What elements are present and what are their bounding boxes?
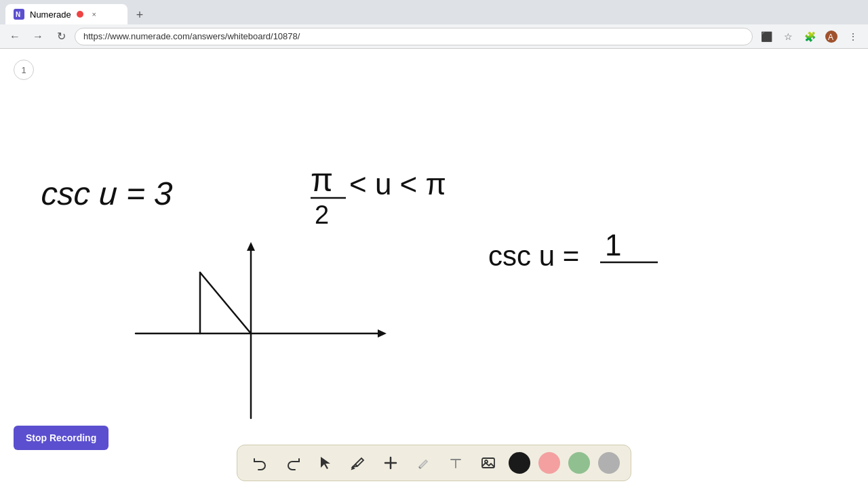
tab-bar: N Numerade × +	[0, 0, 868, 24]
svg-line-22	[419, 467, 420, 468]
highlighter-tool-button[interactable]	[411, 451, 435, 475]
forward-button[interactable]: →	[28, 27, 47, 46]
extension-icon[interactable]: 🧩	[800, 27, 819, 46]
bookmark-icon[interactable]: ☆	[778, 27, 797, 46]
url-input[interactable]: https://www.numerade.com/answers/whitebo…	[75, 28, 753, 45]
screen-cast-icon[interactable]: ⬛	[757, 27, 776, 46]
browser-toolbar-right: ⬛ ☆ 🧩 A ⋮	[757, 27, 863, 46]
color-black-button[interactable]	[509, 452, 530, 474]
browser-frame: N Numerade × + ← → ↻ https://www.numerad…	[0, 0, 868, 488]
svg-rect-25	[482, 458, 494, 468]
svg-text:csc u = 3: csc u = 3	[40, 176, 173, 211]
color-green-button[interactable]	[568, 452, 590, 474]
text-tool-button[interactable]	[443, 451, 468, 475]
pen-tool-button[interactable]	[346, 451, 370, 475]
stop-recording-button[interactable]: Stop Recording	[14, 426, 108, 450]
tab-title: Numerade	[30, 9, 71, 20]
svg-text:π: π	[311, 162, 333, 198]
back-button[interactable]: ←	[5, 27, 24, 46]
reload-button[interactable]: ↻	[52, 27, 71, 46]
svg-text:csc u =: csc u =	[488, 240, 579, 272]
image-tool-button[interactable]	[476, 451, 500, 475]
drawing-canvas: csc u = 3 π 2 < u < π csc u = 1	[0, 49, 868, 488]
svg-text:N: N	[16, 11, 20, 18]
svg-text:A: A	[828, 33, 833, 42]
redo-button[interactable]	[281, 451, 305, 475]
svg-text:2: 2	[315, 201, 329, 229]
tab-close-button[interactable]: ×	[89, 9, 100, 20]
add-tool-button[interactable]	[378, 451, 403, 475]
color-pink-button[interactable]	[538, 452, 560, 474]
svg-line-17	[200, 272, 251, 333]
new-tab-button[interactable]: +	[130, 5, 149, 24]
undo-button[interactable]	[248, 451, 273, 475]
drawing-toolbar	[237, 445, 631, 481]
color-gray-button[interactable]	[598, 452, 620, 474]
recording-dot	[77, 11, 83, 18]
svg-text:1: 1	[605, 228, 621, 262]
svg-text:< u < π: < u < π	[349, 167, 446, 201]
active-tab[interactable]: N Numerade ×	[5, 4, 127, 24]
svg-marker-15	[378, 329, 387, 338]
tab-favicon: N	[14, 9, 24, 20]
profile-icon[interactable]: A	[822, 27, 841, 46]
whiteboard[interactable]: 1 csc u = 3 π 2 < u < π csc u = 1	[0, 49, 868, 488]
select-tool-button[interactable]	[313, 451, 338, 475]
address-bar: ← → ↻ https://www.numerade.com/answers/w…	[0, 24, 868, 49]
more-menu-button[interactable]: ⋮	[844, 27, 863, 46]
